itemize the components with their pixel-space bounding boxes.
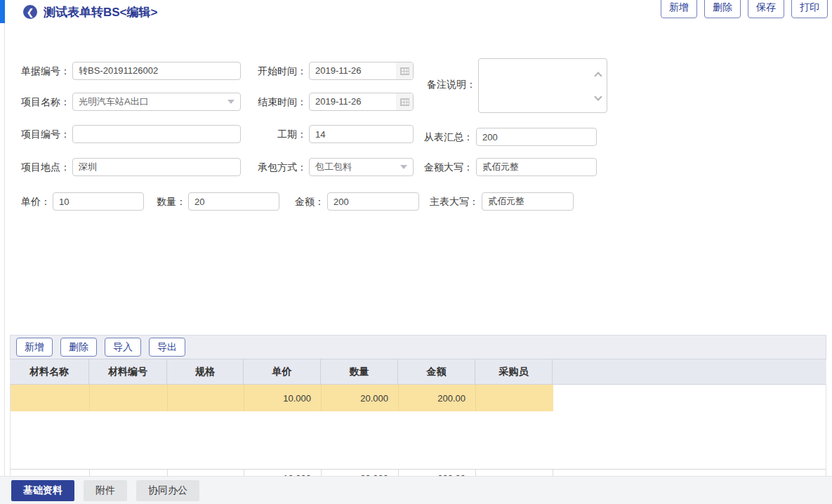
- amount-input[interactable]: [327, 192, 419, 211]
- start-time-label: 开始时间：: [239, 62, 307, 80]
- calendar-icon: [400, 98, 409, 106]
- import-button[interactable]: 导入: [105, 338, 141, 357]
- duration-input[interactable]: [309, 125, 414, 143]
- cell-purchaser: [476, 385, 553, 411]
- project-name-value: 光明汽车站A出口: [79, 95, 149, 108]
- cell-quantity: 20.000: [322, 385, 399, 411]
- cell-material-no: [90, 385, 168, 411]
- start-time-picker[interactable]: 2019-11-26: [309, 62, 414, 80]
- bottom-tab-bar: 基础资料 附件 协同办公: [0, 476, 832, 504]
- table-toolbar: 新增 删除 导入 导出: [10, 335, 826, 359]
- remark-field-wrap: [478, 58, 607, 113]
- col-filler: [553, 359, 826, 384]
- col-purchaser: 采购员: [475, 359, 553, 384]
- end-time-value: 2019-11-26: [310, 93, 396, 110]
- material-detail-table: 新增 删除 导入 导出 材料名称 材料编号 规格 单价 数量 金额 采购员 10…: [10, 335, 826, 488]
- dropdown-arrow-icon: [400, 165, 407, 169]
- remark-label: 备注说明：: [417, 75, 476, 93]
- sub-total-input[interactable]: [476, 128, 597, 146]
- main-caps-input[interactable]: [482, 192, 574, 211]
- col-amount: 金额: [398, 359, 475, 384]
- table-header-row: 材料名称 材料编号 规格 单价 数量 金额 采购员: [10, 359, 826, 385]
- end-time-label: 结束时间：: [239, 93, 307, 111]
- contract-mode-value: 包工包料: [315, 161, 352, 173]
- end-time-calendar-button[interactable]: [396, 93, 413, 110]
- cell-amount: 200.00: [399, 385, 476, 411]
- quantity-label: 数量：: [137, 192, 186, 211]
- amount-caps-input[interactable]: [476, 158, 597, 176]
- project-name-label: 项目名称：: [0, 93, 70, 111]
- contract-mode-label: 承包方式：: [239, 158, 307, 176]
- col-material-name: 材料名称: [10, 359, 89, 384]
- sub-total-label: 从表汇总：: [414, 128, 473, 146]
- dropdown-arrow-icon: [227, 100, 235, 104]
- project-no-label: 项目编号：: [0, 125, 70, 143]
- chevron-left-icon: ❮: [27, 8, 34, 17]
- doc-no-input[interactable]: [72, 62, 241, 80]
- project-no-input[interactable]: [72, 125, 241, 143]
- quantity-input[interactable]: [188, 192, 279, 211]
- unit-price-label: 单价：: [0, 192, 51, 211]
- calendar-icon: [400, 67, 409, 75]
- col-quantity: 数量: [321, 359, 398, 384]
- print-button[interactable]: 打印: [791, 0, 828, 18]
- location-label: 项目地点：: [0, 158, 70, 176]
- unit-price-input[interactable]: [53, 192, 144, 211]
- col-spec: 规格: [167, 359, 244, 384]
- amount-label: 金额：: [275, 192, 324, 211]
- tab-collaboration[interactable]: 协同办公: [136, 480, 199, 501]
- back-button[interactable]: ❮: [23, 5, 37, 19]
- amount-caps-label: 金额大写：: [414, 158, 473, 176]
- tab-basic-info[interactable]: 基础资料: [11, 480, 74, 501]
- export-button[interactable]: 导出: [149, 338, 185, 357]
- contract-mode-select[interactable]: 包工包料: [309, 158, 414, 176]
- remark-textarea[interactable]: [479, 59, 607, 112]
- cell-spec: [168, 385, 244, 411]
- table-body: 10.000 20.000 200.00: [10, 385, 826, 469]
- cell-unit-price: 10.000: [244, 385, 322, 411]
- delete-button[interactable]: 删除: [704, 0, 741, 18]
- duration-label: 工期：: [239, 125, 307, 143]
- row-delete-button[interactable]: 删除: [60, 338, 97, 357]
- main-caps-label: 主表大写：: [420, 192, 479, 211]
- form-edit-page: ❮ 测试表单转BS<编辑> 新增 删除 保存 打印 单据编号： 开始时间： 20…: [0, 0, 832, 504]
- row-add-button[interactable]: 新增: [16, 338, 53, 357]
- col-material-no: 材料编号: [89, 359, 167, 384]
- tab-attachments[interactable]: 附件: [84, 480, 127, 501]
- cell-material-name: [11, 385, 90, 411]
- col-unit-price: 单价: [244, 359, 321, 384]
- page-title: 测试表单转BS<编辑>: [44, 4, 157, 20]
- end-time-picker[interactable]: 2019-11-26: [309, 93, 414, 111]
- start-time-value: 2019-11-26: [310, 62, 396, 79]
- location-input[interactable]: [72, 158, 241, 176]
- header-actions: 新增 删除 保存 打印: [661, 0, 828, 18]
- table-row-selected[interactable]: 10.000 20.000 200.00: [11, 385, 553, 411]
- save-button[interactable]: 保存: [748, 0, 784, 18]
- project-name-select[interactable]: 光明汽车站A出口: [72, 93, 241, 111]
- start-time-calendar-button[interactable]: [396, 62, 413, 79]
- left-accent-bar: [0, 0, 5, 23]
- add-button[interactable]: 新增: [661, 0, 697, 18]
- doc-no-label: 单据编号：: [0, 62, 70, 80]
